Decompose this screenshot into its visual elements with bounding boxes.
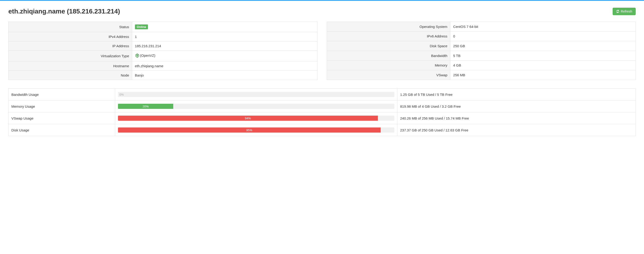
info-value: (OpenVZ) xyxy=(132,51,317,61)
info-label: Status xyxy=(8,22,132,32)
refresh-button-label: Refresh xyxy=(621,10,632,13)
progress-percent-label: 94% xyxy=(245,116,251,120)
info-row: VSwap256 MB xyxy=(327,70,636,80)
info-value: 250 GB xyxy=(450,41,636,51)
info-value: 5 TB xyxy=(450,51,636,60)
info-value: Online xyxy=(132,22,317,32)
info-row: Disk Space250 GB xyxy=(327,41,636,51)
info-value: CentOS 7 64-bit xyxy=(450,22,636,32)
info-label: Hostname xyxy=(8,61,132,71)
openvz-icon xyxy=(135,53,140,59)
info-row: IPv4 Address1 xyxy=(8,32,318,41)
info-tables-row: StatusOnlineIPv4 Address1IP Address185.2… xyxy=(8,22,636,80)
info-label: IPv4 Address xyxy=(8,32,132,41)
progress-percent-label: 95% xyxy=(246,129,252,132)
progress-percent-label: 20% xyxy=(142,105,149,108)
progress-bar: 94% xyxy=(118,116,378,121)
server-info-right: Operating SystemCentOS 7 64-bitIPv6 Addr… xyxy=(327,22,636,80)
usage-row: VSwap Usage94%240.26 MB of 256 MB Used /… xyxy=(8,112,636,124)
info-value: 0 xyxy=(450,31,636,41)
info-label: Disk Space xyxy=(327,41,450,51)
header-row: eth.zhiqiang.name (185.216.231.214) Refr… xyxy=(8,8,636,15)
progress-bar: 20% xyxy=(118,104,173,109)
progress-bar: 0% xyxy=(118,92,129,97)
progress-percent-label: 0% xyxy=(119,93,124,96)
progress-track: 94% xyxy=(118,116,394,121)
usage-bar-cell: 20% xyxy=(115,100,397,112)
info-value: 4 GB xyxy=(450,60,636,70)
usage-label: Memory Usage xyxy=(8,100,115,112)
info-row: Virtualization Type(OpenVZ) xyxy=(8,51,318,61)
info-label: VSwap xyxy=(327,70,450,80)
info-row: Bandwidth5 TB xyxy=(327,51,636,60)
info-row: Operating SystemCentOS 7 64-bit xyxy=(327,22,636,32)
refresh-button[interactable]: Refresh xyxy=(613,8,636,15)
refresh-icon xyxy=(616,10,620,13)
info-row: IPv6 Address0 xyxy=(327,31,636,41)
info-label: Virtualization Type xyxy=(8,51,132,61)
usage-bar-cell: 0% xyxy=(115,89,397,100)
progress-track: 0% xyxy=(118,92,394,97)
usage-text: 237.37 GB of 250 GB Used / 12.63 GB Free xyxy=(397,124,636,136)
info-row: Memory4 GB xyxy=(327,60,636,70)
usage-row: Disk Usage95%237.37 GB of 250 GB Used / … xyxy=(8,124,636,136)
usage-text: 240.26 MB of 256 MB Used / 15.74 MB Free xyxy=(397,112,636,124)
usage-text: 1.25 GB of 5 TB Used / 5 TB Free xyxy=(397,89,636,100)
info-value: 185.216.231.214 xyxy=(132,41,317,51)
info-label: Node xyxy=(8,71,132,80)
progress-track: 95% xyxy=(118,128,394,133)
usage-table: Bandwidth Usage0%1.25 GB of 5 TB Used / … xyxy=(8,88,636,136)
info-value: eth.zhiqiang.name xyxy=(132,61,317,71)
info-value: 1 xyxy=(132,32,317,41)
info-value: 256 MB xyxy=(450,70,636,80)
progress-bar: 95% xyxy=(118,128,381,133)
page-title: eth.zhiqiang.name (185.216.231.214) xyxy=(8,8,120,15)
usage-bar-cell: 95% xyxy=(115,124,397,136)
info-row: NodeBanjo xyxy=(8,71,318,80)
server-info-left: StatusOnlineIPv4 Address1IP Address185.2… xyxy=(8,22,318,80)
info-row: IP Address185.216.231.214 xyxy=(8,41,318,51)
status-badge: Online xyxy=(135,25,148,29)
info-label: IPv6 Address xyxy=(327,31,450,41)
progress-track: 20% xyxy=(118,104,394,109)
info-value-text: (OpenVZ) xyxy=(140,54,155,57)
info-row: StatusOnline xyxy=(8,22,318,32)
usage-row: Memory Usage20%819.98 MB of 4 GB Used / … xyxy=(8,100,636,112)
usage-label: Bandwidth Usage xyxy=(8,89,115,100)
info-label: Bandwidth xyxy=(327,51,450,60)
page-container: eth.zhiqiang.name (185.216.231.214) Refr… xyxy=(0,1,644,143)
usage-text: 819.98 MB of 4 GB Used / 3.2 GB Free xyxy=(397,100,636,112)
usage-label: VSwap Usage xyxy=(8,112,115,124)
info-label: Operating System xyxy=(327,22,450,32)
usage-row: Bandwidth Usage0%1.25 GB of 5 TB Used / … xyxy=(8,89,636,100)
usage-bar-cell: 94% xyxy=(115,112,397,124)
info-label: IP Address xyxy=(8,41,132,51)
info-row: Hostnameeth.zhiqiang.name xyxy=(8,61,318,71)
info-value: Banjo xyxy=(132,71,317,80)
usage-label: Disk Usage xyxy=(8,124,115,136)
info-label: Memory xyxy=(327,60,450,70)
